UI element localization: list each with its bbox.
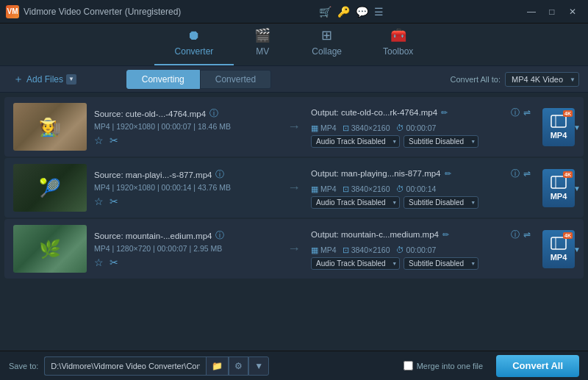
format-thumb-dropdown-1[interactable]: ▼ <box>573 123 581 131</box>
format-thumb-dropdown-2[interactable]: ▼ <box>573 184 581 192</box>
merge-label: Merge into one file <box>417 362 484 370</box>
output-dur-1: ⏱ 00:00:07 <box>396 123 437 132</box>
subtitle-select-3[interactable]: Subtitle Disabled <box>404 257 478 270</box>
arrow-3: → <box>284 241 304 257</box>
audio-track-wrap-3[interactable]: Audio Track Disabled <box>311 257 400 270</box>
content-area: 🧑‍🌾 Source: cute-old-...-4764.mp4 ⓘ MP4 … <box>0 93 588 351</box>
tab-converter-label: Converter <box>175 46 214 57</box>
output-info-icon-1[interactable]: ⓘ <box>511 107 520 119</box>
output-res-1: ⊡ 3840×2160 <box>343 123 390 132</box>
save-path-input[interactable] <box>44 356 206 376</box>
save-path-folder-button[interactable]: 📁 <box>206 356 229 376</box>
toolbar: ＋ Add Files ▼ Converting Converted Conve… <box>0 66 588 93</box>
format-thumb-1[interactable]: 4K MP4 <box>542 108 575 146</box>
output-icons-3: ⓘ ⇌ <box>511 229 531 241</box>
menu-icon[interactable]: ☰ <box>374 6 384 18</box>
video-actions-1: ☆ ✂ <box>94 135 277 146</box>
format-4k-badge-3: 4K <box>563 232 573 239</box>
info-icon-3[interactable]: ⓘ <box>215 229 224 242</box>
edit-icon-2[interactable]: ✏ <box>445 169 451 179</box>
video-item-3: 🌿 Source: mountain-...edium.mp4 ⓘ MP4 | … <box>4 219 584 279</box>
format-thumb-icon-1 <box>551 115 567 129</box>
video-actions-2: ☆ ✂ <box>94 196 277 207</box>
output-settings-icon-3[interactable]: ⇌ <box>523 229 531 240</box>
output-settings-icon-2[interactable]: ⇌ <box>523 168 531 179</box>
tab-collage-label: Collage <box>312 46 342 57</box>
add-files-dropdown[interactable]: ▼ <box>66 74 76 85</box>
output-label-3: Output: mountain-c...medium.mp4 <box>311 230 439 239</box>
edit-icon-1[interactable]: ✏ <box>441 108 448 118</box>
output-info-icon-2[interactable]: ⓘ <box>511 168 520 180</box>
title-bar-title: Vidmore Video Converter (Unregistered) <box>24 7 181 17</box>
subtitle-select-1[interactable]: Subtitle Disabled <box>404 135 478 148</box>
star-icon-2[interactable]: ☆ <box>94 196 104 207</box>
merge-checkbox[interactable]: Merge into one file <box>404 361 484 370</box>
cut-icon-2[interactable]: ✂ <box>110 196 118 207</box>
close-button[interactable]: ✕ <box>563 4 582 19</box>
chat-icon[interactable]: 💬 <box>356 6 368 18</box>
audio-track-wrap-2[interactable]: Audio Track Disabled <box>311 196 400 209</box>
tab-converter[interactable]: ⏺ Converter <box>154 24 234 65</box>
format-thumb-label-3: MP4 <box>551 253 567 262</box>
audio-track-select-3[interactable]: Audio Track Disabled <box>311 257 400 270</box>
star-icon-1[interactable]: ☆ <box>94 135 104 146</box>
video-meta-2: MP4 | 1920×1080 | 00:00:14 | 43.76 MB <box>94 183 277 192</box>
format-thumb-3[interactable]: 4K MP4 <box>542 230 575 268</box>
save-path-dropdown-button[interactable]: ▼ <box>248 356 269 376</box>
edit-icon-3[interactable]: ✏ <box>442 230 449 240</box>
converted-tab[interactable]: Converted <box>200 70 271 89</box>
maximize-button[interactable]: □ <box>542 4 562 19</box>
title-bar-left: VM Vidmore Video Converter (Unregistered… <box>6 5 181 18</box>
format-thumb-icon-2 <box>551 176 567 190</box>
video-source-3: Source: mountain-...edium.mp4 ⓘ <box>94 229 277 242</box>
cut-icon-3[interactable]: ✂ <box>110 257 118 268</box>
tab-mv[interactable]: 🎬 MV <box>234 23 291 65</box>
cart-icon[interactable]: 🛒 <box>319 6 331 18</box>
thumb-img-2: 🎾 <box>13 164 87 212</box>
subtitle-wrap-3[interactable]: Subtitle Disabled <box>404 257 478 270</box>
format-select[interactable]: MP4 4K Video <box>505 72 579 87</box>
format-thumb-icon-3 <box>551 237 567 251</box>
thumbnail-1: 🧑‍🌾 <box>13 103 87 151</box>
add-files-button[interactable]: ＋ Add Files ▼ <box>9 70 81 89</box>
format-thumb-dropdown-3[interactable]: ▼ <box>573 245 581 253</box>
tab-collage[interactable]: ⊞ Collage <box>291 23 362 65</box>
output-info-icon-3[interactable]: ⓘ <box>511 229 520 241</box>
subtitle-wrap-2[interactable]: Subtitle Disabled <box>404 196 478 209</box>
audio-track-select-2[interactable]: Audio Track Disabled <box>311 196 400 209</box>
video-meta-1: MP4 | 1920×1080 | 00:00:07 | 18.46 MB <box>94 122 277 131</box>
save-path-settings-button[interactable]: ⚙ <box>229 356 248 376</box>
info-icon-1[interactable]: ⓘ <box>209 107 218 120</box>
nav-tabs: ⏺ Converter 🎬 MV ⊞ Collage 🧰 Toolbox <box>0 24 588 66</box>
minimize-button[interactable]: — <box>522 4 541 19</box>
subtitle-select-2[interactable]: Subtitle Disabled <box>404 196 478 209</box>
cut-icon-1[interactable]: ✂ <box>110 135 118 146</box>
convert-all-to: Convert All to: MP4 4K Video <box>451 72 579 87</box>
bottom-bar: Save to: 📁 ⚙ ▼ Merge into one file Conve… <box>0 351 588 380</box>
audio-track-wrap-1[interactable]: Audio Track Disabled <box>311 135 400 148</box>
video-item-2: 🎾 Source: man-playi...-s-877.mp4 ⓘ MP4 |… <box>4 158 584 218</box>
format-thumb-2[interactable]: 4K MP4 <box>542 169 575 207</box>
output-res-2: ⊡ 3840×2160 <box>343 184 390 193</box>
output-format-3: ▦ MP4 <box>311 245 337 254</box>
output-label-1: Output: cute-old-co...rk-4764.mp4 <box>311 108 437 117</box>
merge-checkbox-input[interactable] <box>404 361 413 370</box>
video-info-2: Source: man-playi...-s-877.mp4 ⓘ MP4 | 1… <box>94 168 277 207</box>
format-thumb-wrap-3: 4K MP4 ▼ <box>542 230 575 268</box>
converting-tab[interactable]: Converting <box>126 70 200 89</box>
video-actions-3: ☆ ✂ <box>94 257 277 268</box>
key-icon[interactable]: 🔑 <box>337 6 350 18</box>
output-settings-icon-1[interactable]: ⇌ <box>523 107 531 118</box>
convert-all-button[interactable]: Convert All <box>496 355 579 377</box>
audio-track-select-1[interactable]: Audio Track Disabled <box>311 135 400 148</box>
info-icon-2[interactable]: ⓘ <box>215 168 224 181</box>
svg-rect-0 <box>551 115 566 127</box>
source-label-3: Source: mountain-...edium.mp4 <box>94 232 212 240</box>
video-item: 🧑‍🌾 Source: cute-old-...-4764.mp4 ⓘ MP4 … <box>4 97 584 157</box>
star-icon-3[interactable]: ☆ <box>94 257 104 268</box>
subtitle-wrap-1[interactable]: Subtitle Disabled <box>404 135 478 148</box>
video-info-3: Source: mountain-...edium.mp4 ⓘ MP4 | 12… <box>94 229 277 268</box>
tab-toolbox[interactable]: 🧰 Toolbox <box>362 23 434 65</box>
tab-toolbox-label: Toolbox <box>383 46 413 57</box>
format-select-wrapper[interactable]: MP4 4K Video <box>505 72 579 87</box>
